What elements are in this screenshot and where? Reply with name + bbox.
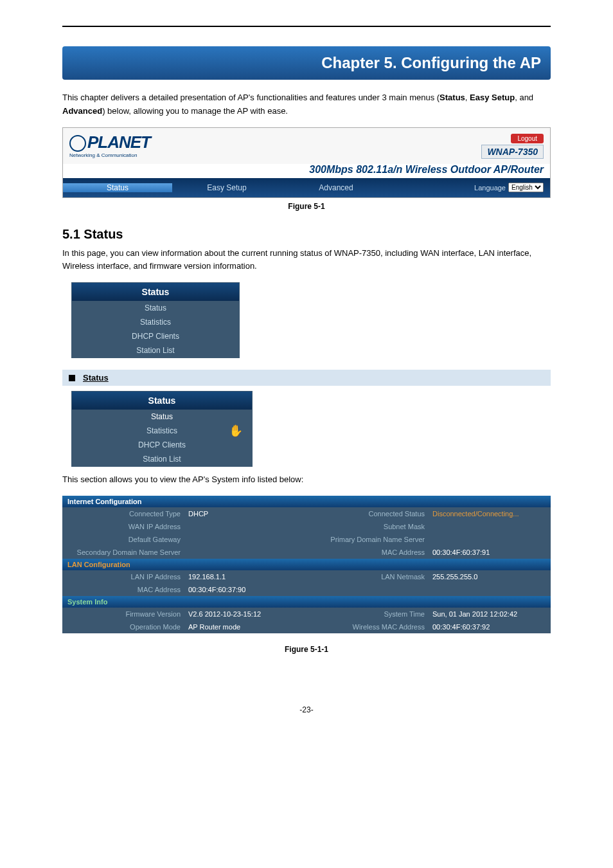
label-lan-mac: MAC Address (62, 584, 184, 595)
planet-logo: PLANET Networking & Communication (69, 134, 150, 158)
intro-text: , and (515, 93, 533, 102)
status-menu-header: Status (72, 283, 239, 301)
logo-sub: Networking & Communication (69, 153, 150, 158)
value-wan-ip (184, 521, 300, 532)
value-system-time: Sun, 01 Jan 2012 12:02:42 (429, 609, 551, 619)
label-subnet-mask: Subnet Mask (300, 521, 429, 532)
value-connected-status: Disconnected/Connecting... (429, 509, 551, 519)
intro-text: , (465, 93, 470, 102)
tab-status[interactable]: Status (63, 183, 172, 192)
label-connected-type: Connected Type (62, 509, 184, 519)
sidebar-item-station-list[interactable]: Station List (72, 452, 252, 466)
status-menu-header: Status (72, 392, 252, 410)
label-primary-dns: Primary Domain Name Server (300, 534, 429, 545)
value-connected-type: DHCP (184, 509, 300, 519)
subheading-status-label: Status (83, 373, 109, 383)
label-lan-ip: LAN IP Address (62, 572, 184, 582)
cursor-hand-icon: ✋ (229, 424, 243, 438)
value-lan-mac: 00:30:4F:60:37:90 (184, 584, 300, 595)
status-menu-panel: Status Status Statistics DHCP Clients St… (71, 282, 240, 358)
subheading-status: Status (62, 370, 551, 386)
section-lan-config: LAN Configuration (62, 559, 551, 570)
intro-text: This chapter delivers a detailed present… (62, 93, 440, 102)
intro-advanced: Advanced (62, 106, 102, 116)
label-system-time: System Time (300, 609, 429, 619)
system-info-sentence: This section allows you to view the AP's… (62, 473, 551, 487)
language-select[interactable]: English (508, 183, 544, 192)
sidebar-item-statistics[interactable]: Statistics ✋ (72, 424, 252, 438)
intro-paragraph: This chapter delivers a detailed present… (62, 91, 551, 118)
section-internet-config: Internet Configuration (62, 496, 551, 507)
value-default-gateway (184, 534, 300, 545)
bullet-icon (69, 375, 75, 381)
language-label: Language (474, 184, 506, 192)
label-connected-status: Connected Status (300, 509, 429, 519)
sidebar-item-dhcp-clients[interactable]: DHCP Clients (72, 329, 239, 343)
value-firmware: V2.6 2012-10-23-15:12 (184, 609, 300, 619)
sidebar-item-station-list[interactable]: Station List (72, 343, 239, 357)
label-default-gateway: Default Gateway (62, 534, 184, 545)
label-mac-address: MAC Address (300, 547, 429, 557)
page-number: -23- (62, 705, 551, 714)
label-operation-mode: Operation Mode (62, 622, 184, 632)
tagline: 300Mbps 802.11a/n Wireless Outdoor AP/Ro… (63, 164, 550, 178)
value-mac-address: 00:30:4F:60:37:91 (429, 547, 551, 557)
status-config-table: Internet Configuration Connected Type DH… (62, 496, 551, 633)
logout-button[interactable]: Logout (511, 134, 544, 143)
sidebar-item-status[interactable]: Status (72, 301, 239, 315)
intro-status: Status (440, 93, 465, 102)
figure-caption-5-1-1: Figure 5-1-1 (62, 645, 551, 654)
status-menu-panel-hover: Status Status Statistics ✋ DHCP Clients … (71, 391, 253, 467)
value-lan-netmask: 255.255.255.0 (429, 572, 551, 582)
sidebar-item-dhcp-clients[interactable]: DHCP Clients (72, 438, 252, 452)
intro-text: ) below, allowing you to manage the AP w… (102, 106, 288, 116)
globe-icon (69, 135, 86, 152)
value-primary-dns (429, 534, 551, 545)
router-header-screenshot: PLANET Networking & Communication Logout… (62, 127, 551, 198)
tab-easy-setup[interactable]: Easy Setup (172, 183, 281, 192)
sidebar-item-status[interactable]: Status (72, 410, 252, 424)
label-lan-netmask: LAN Netmask (300, 572, 429, 582)
section-heading-5-1: 5.1 Status (62, 227, 551, 242)
chapter-title: Chapter 5. Configuring the AP (62, 46, 551, 80)
tab-advanced[interactable]: Advanced (281, 183, 391, 192)
label-wan-ip: WAN IP Address (62, 521, 184, 532)
page-rule (62, 26, 551, 27)
label-wireless-mac: Wireless MAC Address (300, 622, 429, 632)
logo-brand: PLANET (87, 132, 150, 152)
value-operation-mode: AP Router mode (184, 622, 300, 632)
value-secondary-dns (184, 547, 300, 557)
section-paragraph: In this page, you can view information a… (62, 247, 551, 274)
value-lan-ip: 192.168.1.1 (184, 572, 300, 582)
label-secondary-dns: Secondary Domain Name Server (62, 547, 184, 557)
sidebar-item-statistics[interactable]: Statistics (72, 315, 239, 329)
label-firmware: Firmware Version (62, 609, 184, 619)
intro-easy: Easy Setup (470, 93, 515, 102)
value-subnet-mask (429, 521, 551, 532)
figure-caption-5-1: Figure 5-1 (62, 202, 551, 211)
section-system-info: System Info (62, 596, 551, 608)
model-label: WNAP-7350 (481, 145, 544, 159)
value-wireless-mac: 00:30:4F:60:37:92 (429, 622, 551, 632)
sidebar-item-label: Statistics (147, 426, 177, 435)
